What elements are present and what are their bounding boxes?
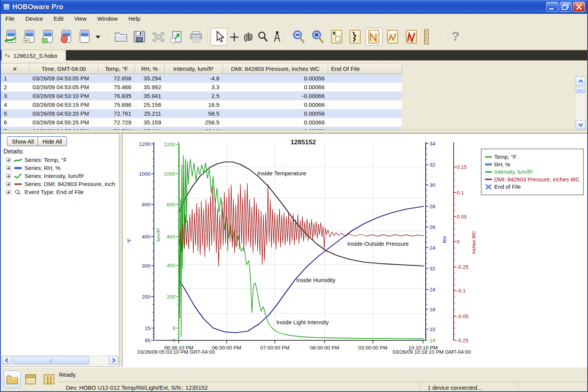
x-axis-end-label: 03/26/09 10:18:10 PM GMT-04:00 (393, 349, 471, 355)
expand-icon[interactable] (6, 190, 11, 194)
scroll-left-button[interactable] (2, 356, 11, 364)
table-cell: 03/26/09 04:53:15 PM (29, 100, 98, 109)
open-file-button[interactable] (113, 28, 129, 46)
restore-button[interactable] (560, 2, 572, 12)
table-row[interactable]: 603/26/09 04:55:25 PM72.72935.159256.50.… (1, 118, 402, 127)
scribble-series-button[interactable] (347, 28, 364, 46)
menu-file[interactable]: File (2, 15, 18, 23)
legend-item-label: DMI: 842803 Pressure, inches WC (494, 176, 580, 183)
toolbar-separator (441, 29, 442, 44)
table-cell: 2.5 (165, 91, 223, 100)
plot-canvas[interactable]: 120010008004003002001595°F12001000600400… (122, 134, 588, 367)
menu-view[interactable]: View (70, 15, 90, 23)
menu-edit[interactable]: Edit (50, 15, 67, 23)
status-device-button[interactable] (77, 28, 93, 46)
zoom-out-button[interactable] (290, 28, 307, 46)
scroll-down-button[interactable] (576, 120, 585, 129)
scroll-right-button[interactable] (109, 356, 118, 364)
table-row[interactable]: 703/26/09 04:55:30 PM72.73235.161264.20.… (1, 127, 402, 130)
columns-view-button[interactable] (41, 371, 57, 388)
mark-tool-button[interactable] (269, 28, 286, 46)
scroll-thumb[interactable] (13, 356, 89, 364)
readout-device-button[interactable] (21, 28, 38, 46)
details-horizontal-scrollbar[interactable] (2, 356, 119, 365)
table-row[interactable]: 303/26/09 04:53:10 PM76.83535.9412.5-0.0… (1, 91, 402, 100)
tree-item[interactable]: Series: Intensity, lum/ft² (1, 172, 119, 180)
tree-item[interactable]: Event Type: End of File (1, 188, 119, 196)
table-cell (328, 91, 402, 100)
print-button[interactable] (188, 28, 204, 46)
table-row[interactable]: 103/26/09 04:53:05 PM72.65835.294-4.80.0… (1, 74, 402, 83)
scribble-series-icon (349, 29, 362, 44)
title-bar[interactable]: HOBOware Pro (1, 0, 587, 14)
toolbar-separator (285, 29, 286, 44)
table-cell: 0.00056 (223, 109, 328, 118)
menu-device[interactable]: Device (21, 15, 47, 23)
column-header[interactable]: DMI: 842803 Pressure, inches WC (223, 64, 328, 74)
minimize-button[interactable] (546, 2, 558, 12)
tab-datafile[interactable]: 1266152_S.hobo (2, 50, 66, 60)
expand-icon[interactable] (6, 174, 11, 178)
axis-tick-label: 600 (167, 202, 175, 207)
tree-item[interactable]: Series: Temp, °F (1, 156, 119, 164)
close-button[interactable] (573, 2, 585, 12)
list-view-button[interactable] (22, 371, 39, 388)
table-row[interactable]: 403/26/09 04:53:15 PM75.69625.15616.50.0… (1, 100, 402, 109)
open-file-icon (114, 30, 128, 44)
bottom-area: Show All Hide All Details: Series: Temp,… (1, 133, 587, 367)
column-header[interactable]: RH, % (135, 64, 165, 74)
scroll-thumb[interactable] (576, 87, 585, 93)
axis-tick-label: 1000 (139, 171, 150, 177)
tree-item-label: Series: Temp, °F (24, 157, 67, 163)
close-file-icon (151, 30, 166, 44)
plot-device-button[interactable] (40, 28, 57, 46)
restore-icon (560, 2, 571, 11)
launch-device-button[interactable] (3, 28, 20, 46)
table-row[interactable]: 503/26/09 04:53:20 PM72.76125.21158.50.0… (1, 109, 402, 118)
column-header[interactable]: Temp, °F (98, 64, 135, 74)
tree-item[interactable]: Series: DMI: 842803 Pressure, inch (1, 180, 119, 188)
help-button[interactable]: ? (447, 28, 464, 46)
expand-icon[interactable] (6, 158, 11, 162)
pane-splitter[interactable] (1, 130, 587, 133)
hide-all-button[interactable]: Hide All (38, 136, 67, 146)
scroll-up-button[interactable] (576, 77, 585, 86)
menu-help[interactable]: Help (125, 15, 144, 23)
line-style-2-button[interactable] (384, 28, 401, 46)
crop-series-button[interactable] (328, 28, 345, 46)
table-cell: 35.294 (135, 74, 165, 83)
line-style-3-button[interactable] (403, 28, 420, 46)
table-vertical-scrollbar[interactable] (575, 76, 586, 130)
files-view-button[interactable] (4, 371, 21, 388)
show-all-button[interactable]: Show All (7, 136, 39, 146)
table-row[interactable]: 203/26/09 04:53:05 PM75.46635.9923.30.00… (1, 83, 402, 91)
column-header[interactable]: End Of File (328, 64, 402, 74)
table-cell: 6 (1, 118, 29, 127)
chart-pane: 120010008004003002001595°F12001000600400… (122, 133, 588, 367)
pane-divider[interactable] (119, 133, 122, 367)
column-header[interactable]: Time, GMT-04:00 (29, 64, 98, 74)
tree-item-label: Series: DMI: 842803 Pressure, inch (24, 181, 115, 187)
zoom-reset-button[interactable] (309, 28, 326, 46)
column-header[interactable]: Intensity, lum/ft² (165, 64, 223, 74)
menu-bar: FileDeviceEditViewWindowHelp (1, 14, 587, 24)
device-dropdown-icon (95, 29, 101, 44)
ruler-button[interactable] (422, 28, 431, 46)
legend-item-label: RH, % (494, 162, 510, 168)
expand-icon[interactable] (6, 182, 11, 186)
column-header[interactable]: # (1, 64, 29, 74)
pointer-tool-button[interactable] (211, 28, 227, 46)
split-box-icon (24, 373, 37, 385)
export-data-button[interactable] (168, 28, 185, 46)
axis-tick-label: 800 (142, 202, 150, 207)
expand-icon[interactable] (6, 166, 11, 170)
stop-device-button[interactable] (58, 28, 75, 46)
close-file-button[interactable] (150, 28, 167, 46)
toolbar-separator (207, 29, 208, 44)
save-file-button[interactable] (131, 28, 148, 46)
line-style-1-button[interactable] (366, 28, 382, 46)
menu-window[interactable]: Window (93, 15, 121, 23)
ruler-icon (423, 29, 430, 45)
device-dropdown-button[interactable] (94, 28, 102, 46)
tree-item[interactable]: Series: RH, % (1, 164, 119, 172)
